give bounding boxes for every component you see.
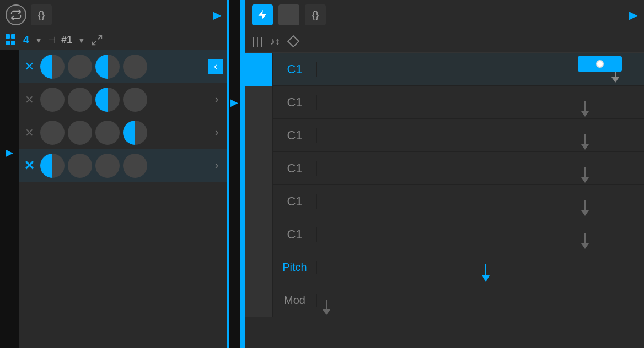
circle-3-2[interactable] (68, 121, 92, 145)
note-label-1: C1 (273, 62, 317, 77)
note-track-3[interactable] (317, 119, 644, 152)
row1-arrow[interactable]: ‹ (208, 59, 223, 74)
pattern-number[interactable]: #1 (61, 34, 72, 46)
note-track-pitch[interactable] (317, 251, 644, 284)
note-row-6[interactable]: C1 (245, 218, 644, 251)
circle-2-3[interactable] (95, 88, 120, 112)
note-row-mod[interactable]: Mod (245, 284, 644, 317)
left-toolbar: 4 ▼ ⊣ #1 ▼ (0, 30, 227, 50)
svg-line-0 (98, 35, 101, 39)
note-label-6: C1 (273, 227, 317, 242)
step-count[interactable]: 4 (23, 34, 29, 46)
note-color-box-1 (245, 53, 273, 86)
row4-circles (40, 154, 206, 178)
note-row-4[interactable]: C1 (245, 152, 644, 185)
circle-1-2[interactable] (68, 55, 92, 79)
right-header: {} ▶ (245, 0, 644, 30)
note-label-3: C1 (273, 128, 317, 143)
playhead-arrow: ▶ (6, 146, 13, 159)
note-track-6[interactable] (317, 218, 644, 251)
diamond-icon[interactable] (286, 34, 301, 49)
seq-row-4[interactable]: ✕ › (19, 149, 227, 182)
circle-4-3[interactable] (95, 154, 120, 178)
note-label-pitch: Pitch (273, 261, 317, 274)
circle-2-2[interactable] (68, 88, 92, 112)
right-play-arrow[interactable]: ▶ (230, 96, 238, 108)
import-icon[interactable]: ⊣ (48, 35, 56, 45)
notes-area: C1 (245, 53, 644, 348)
play-button-right[interactable]: ▶ (629, 8, 637, 21)
svg-line-1 (93, 41, 96, 44)
note-track-5[interactable] (317, 185, 644, 218)
sequencer-area: ▶ ✕ ‹ ✕ (0, 50, 227, 348)
panel-separator: ▶ (229, 0, 240, 348)
expand-icon[interactable] (91, 34, 103, 46)
caret2-icon: ▼ (78, 36, 85, 45)
note-color-box-2 (245, 86, 273, 119)
circle-3-3[interactable] (95, 121, 120, 145)
row2-mute[interactable]: ✕ (23, 93, 36, 106)
circle-1-3[interactable] (95, 55, 120, 79)
circle-2-1[interactable] (40, 88, 65, 112)
note-color-box-5 (245, 185, 273, 218)
circle-4-4[interactable] (123, 154, 147, 178)
row2-arrow[interactable]: › (210, 94, 223, 105)
right-panel: {} ▶ ||| ♪↕ C1 (243, 0, 644, 348)
note-track-2[interactable] (317, 86, 644, 119)
note-row-5[interactable]: C1 (245, 185, 644, 218)
note-label-5: C1 (273, 194, 317, 209)
note-icon[interactable]: ♪↕ (270, 36, 280, 47)
row1-circles (40, 55, 203, 79)
circle-3-4[interactable] (123, 121, 147, 145)
seq-row-1[interactable]: ✕ ‹ (19, 50, 227, 83)
play-button-left[interactable]: ▶ (213, 8, 221, 21)
circle-1-4[interactable] (123, 55, 147, 79)
left-panel: {} ▶ 4 ▼ ⊣ #1 ▼ ▶ ✕ (0, 0, 229, 348)
caret-icon: ▼ (35, 36, 42, 45)
left-header: {} ▶ (0, 0, 227, 30)
row3-circles (40, 121, 206, 145)
circle-2-4[interactable] (123, 88, 147, 112)
grid-icon[interactable] (6, 34, 18, 46)
right-toolbar: ||| ♪↕ (245, 30, 644, 53)
note-row-1[interactable]: C1 (245, 53, 644, 86)
row2-circles (40, 88, 206, 112)
row3-arrow[interactable]: › (210, 127, 223, 138)
note-track-mod[interactable] (317, 284, 644, 317)
note-row-3[interactable]: C1 (245, 119, 644, 152)
row3-mute[interactable]: ✕ (23, 126, 36, 139)
row1-mute[interactable]: ✕ (23, 59, 36, 74)
row4-arrow[interactable]: › (210, 160, 223, 171)
note-label-4: C1 (273, 161, 317, 176)
note-label-2: C1 (273, 95, 317, 110)
braces-icon-right[interactable]: {} (305, 4, 326, 25)
note-row-pitch[interactable]: Pitch (245, 251, 644, 284)
right-toggle[interactable] (278, 4, 299, 25)
circle-4-1[interactable] (40, 154, 65, 178)
seq-row-2[interactable]: ✕ › (19, 83, 227, 116)
circle-1-1[interactable] (40, 55, 65, 79)
row4-mute[interactable]: ✕ (23, 158, 36, 173)
note-color-box-pitch (245, 251, 273, 284)
note-track-4[interactable] (317, 152, 644, 185)
loop-icon[interactable] (6, 4, 26, 25)
note-row-2[interactable]: C1 (245, 86, 644, 119)
braces-icon-left[interactable]: {} (31, 4, 52, 25)
note-label-mod: Mod (273, 294, 317, 307)
circle-4-2[interactable] (68, 154, 92, 178)
bars-icon[interactable]: ||| (252, 36, 265, 47)
flash-icon[interactable] (252, 4, 273, 25)
note-color-box-mod (245, 284, 273, 317)
circle-3-1[interactable] (40, 121, 65, 145)
note-color-box-3 (245, 119, 273, 152)
note-color-box-4 (245, 152, 273, 185)
right-panel-wrapper: {} ▶ ||| ♪↕ C1 (240, 0, 644, 348)
note-track-1[interactable] (317, 53, 644, 86)
note-color-box-6 (245, 218, 273, 251)
seq-row-3[interactable]: ✕ › (19, 116, 227, 149)
